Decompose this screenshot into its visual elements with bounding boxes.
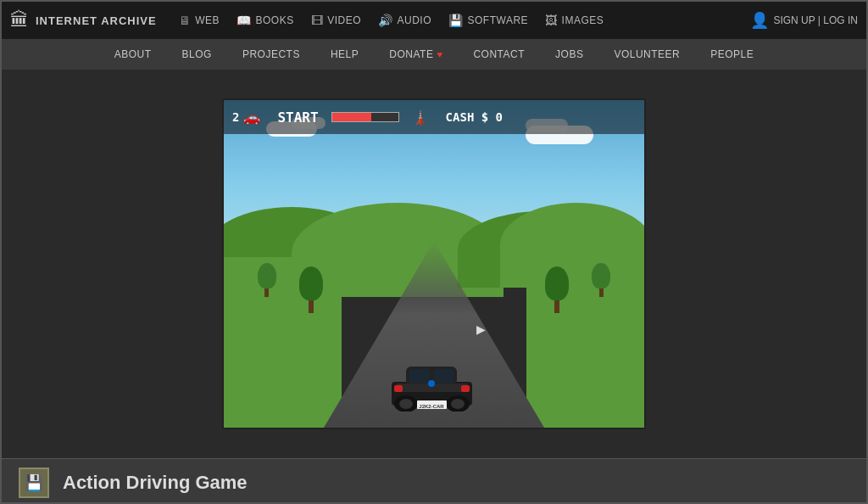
tree-right-1 bbox=[545, 266, 569, 313]
second-navigation: ABOUT BLOG PROJECTS HELP DONATE ♥ CONTAC… bbox=[2, 39, 866, 70]
svg-point-7 bbox=[451, 399, 465, 409]
grass-left bbox=[224, 257, 342, 428]
tree-right-2 bbox=[592, 263, 610, 297]
hud: 2 🚗 START 🗼 CASH $ 0 bbox=[224, 100, 644, 134]
nav-audio[interactable]: 🔊 AUDIO bbox=[370, 2, 440, 39]
software-icon: 💾 bbox=[448, 14, 464, 27]
nav-software[interactable]: 💾 SOFTWARE bbox=[440, 2, 537, 39]
images-icon: 🖼 bbox=[545, 14, 558, 27]
top-navigation: 🏛 INTERNET ARCHIVE 🖥 WEB 📖 BOOKS 🎞 VIDEO… bbox=[2, 2, 866, 39]
health-bar bbox=[331, 112, 399, 122]
logo-text: INTERNET ARCHIVE bbox=[36, 14, 157, 27]
svg-rect-2 bbox=[409, 369, 429, 383]
nav-contact[interactable]: CONTACT bbox=[458, 39, 540, 70]
start-label: START bbox=[277, 109, 318, 126]
heart-icon: ♥ bbox=[437, 49, 442, 59]
books-icon: 📖 bbox=[236, 14, 252, 27]
logo[interactable]: 🏛 INTERNET ARCHIVE bbox=[10, 9, 157, 31]
nav-help[interactable]: HELP bbox=[315, 39, 374, 70]
svg-rect-3 bbox=[434, 369, 453, 383]
tree-left-1 bbox=[299, 266, 323, 313]
bottom-bar: 💾 Action Driving Game bbox=[2, 458, 866, 504]
logo-icon: 🏛 bbox=[10, 9, 29, 31]
svg-point-5 bbox=[399, 399, 413, 409]
svg-point-13 bbox=[428, 380, 435, 387]
nav-books[interactable]: 📖 BOOKS bbox=[228, 2, 303, 39]
video-icon: 🎞 bbox=[311, 14, 324, 27]
nav-about[interactable]: ABOUT bbox=[99, 39, 167, 70]
game-cursor: ▶ bbox=[476, 322, 486, 336]
game-screen[interactable]: J2K2-CAR ▶ 2 🚗 START 🗼 CASH $ 0 bbox=[222, 98, 646, 429]
tree-left-2 bbox=[258, 263, 276, 297]
cash-display: CASH $ 0 bbox=[446, 110, 503, 124]
health-bar-container bbox=[331, 112, 399, 122]
health-fill bbox=[332, 113, 372, 121]
nav-jobs[interactable]: JOBS bbox=[540, 39, 598, 70]
game-title: Action Driving Game bbox=[63, 472, 248, 494]
svg-rect-9 bbox=[394, 385, 403, 392]
nav-people[interactable]: PEOPLE bbox=[695, 39, 769, 70]
player-car: J2K2-CAR bbox=[387, 356, 472, 412]
nav-volunteer[interactable]: VOLUNTEER bbox=[598, 39, 695, 70]
main-content: J2K2-CAR ▶ 2 🚗 START 🗼 CASH $ 0 bbox=[2, 70, 866, 458]
svg-text:J2K2-CAR: J2K2-CAR bbox=[419, 404, 444, 409]
tower-icon: 🗼 bbox=[412, 109, 429, 126]
auth-area[interactable]: 👤 SIGN UP | LOG IN bbox=[750, 11, 858, 30]
nav-donate[interactable]: DONATE ♥ bbox=[374, 39, 458, 70]
nav-images[interactable]: 🖼 IMAGES bbox=[537, 2, 612, 39]
audio-icon: 🔊 bbox=[378, 14, 393, 27]
lap-counter: 2 🚗 bbox=[232, 109, 260, 126]
nav-video[interactable]: 🎞 VIDEO bbox=[303, 2, 370, 39]
user-icon: 👤 bbox=[750, 11, 769, 30]
lap-number: 2 bbox=[232, 110, 239, 124]
hud-car-icon: 🚗 bbox=[243, 109, 260, 126]
nav-web[interactable]: 🖥 WEB bbox=[170, 2, 228, 39]
web-icon: 🖥 bbox=[179, 14, 192, 27]
svg-rect-10 bbox=[461, 385, 470, 392]
bottom-floppy-icon: 💾 bbox=[19, 468, 49, 498]
nav-blog[interactable]: BLOG bbox=[167, 39, 227, 70]
nav-projects[interactable]: PROJECTS bbox=[227, 39, 315, 70]
